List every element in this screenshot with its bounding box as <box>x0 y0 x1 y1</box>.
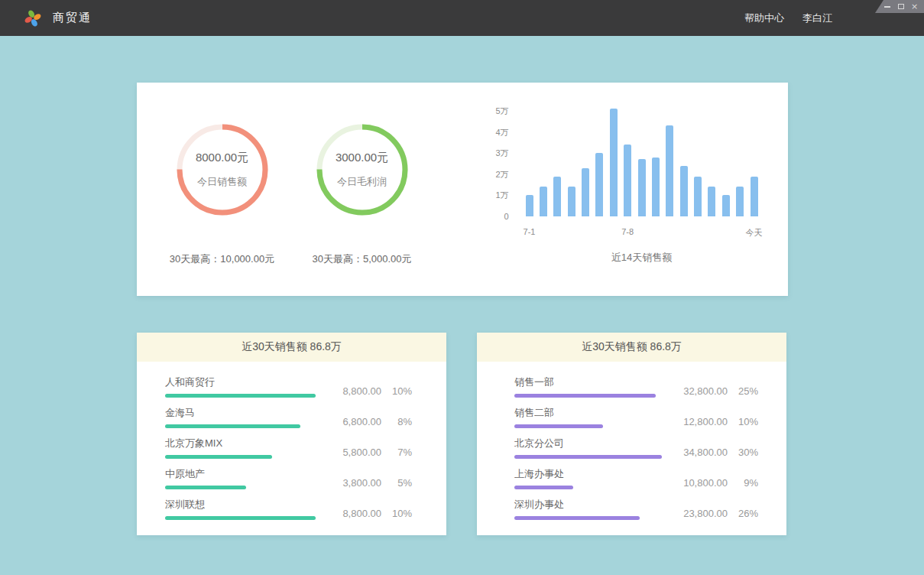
item-progress-bar <box>165 424 300 428</box>
today-profit-value: 3000.00元 <box>336 151 388 165</box>
department-sales-card: 近30天销售额 86.8万 销售一部 32,800.00 25% 销售二部 12… <box>477 333 786 535</box>
item-name: 上海办事处 <box>514 468 662 480</box>
customer-sales-card-title: 近30天销售额 86.8万 <box>242 340 342 354</box>
daily-sales-bar <box>751 177 758 216</box>
sales-list-item: 北京分公司 34,800.00 30% <box>514 437 758 459</box>
x-tick-label: 今天 <box>746 227 763 239</box>
daily-sales-bar <box>736 187 744 216</box>
sales-list-item: 金海马 6,800.00 8% <box>165 407 412 428</box>
today-sales-30d-max: 30天最高：10,000.00元 <box>170 252 274 266</box>
today-sales-donut-chart: 8000.00元 今日销售额 <box>175 122 270 217</box>
daily-sales-bar <box>680 166 688 216</box>
bar-chart-bars <box>526 111 758 216</box>
today-profit-label: 今日毛利润 <box>337 175 387 189</box>
sales-list-item-right: 10,800.00 9% <box>673 468 758 489</box>
sales-list-item-right: 32,800.00 25% <box>673 376 758 398</box>
sales-list-item: 深圳联想 8,800.00 10% <box>165 499 412 520</box>
item-percent: 8% <box>391 416 412 427</box>
item-name: 销售一部 <box>514 376 662 388</box>
item-percent: 10% <box>737 416 758 427</box>
sales-list-item-left: 金海马 <box>165 407 326 428</box>
sales-list-item-left: 深圳联想 <box>165 499 326 520</box>
item-name: 深圳联想 <box>165 499 316 511</box>
item-percent: 10% <box>391 508 412 519</box>
item-amount: 34,800.00 <box>680 447 728 458</box>
sales-list-item: 中原地产 3,800.00 5% <box>165 468 412 489</box>
sales-list-item: 销售一部 32,800.00 25% <box>514 376 758 398</box>
item-amount: 32,800.00 <box>680 385 728 397</box>
item-percent: 25% <box>737 385 758 397</box>
sales-list-item-left: 销售一部 <box>514 376 673 398</box>
today-profit-donut-chart: 3000.00元 今日毛利润 <box>315 122 410 217</box>
x-tick-label: 7-8 <box>621 227 634 236</box>
bar-chart-y-axis: 5万4万3万2万1万0 <box>494 111 509 216</box>
item-progress-bar <box>165 486 246 489</box>
sales-list-item: 深圳办事处 23,800.00 26% <box>514 499 758 520</box>
today-profit-30d-max: 30天最高：5,000.00元 <box>312 252 411 266</box>
daily-sales-bar <box>610 109 618 216</box>
sales-list-item-left: 中原地产 <box>165 468 326 489</box>
department-sales-list: 销售一部 32,800.00 25% 销售二部 12,800.00 10% 北京… <box>477 362 786 520</box>
daily-sales-bar <box>553 177 561 216</box>
sales-list-item: 上海办事处 10,800.00 9% <box>514 468 758 489</box>
daily-sales-bar <box>694 177 702 216</box>
sales-list-item-right: 12,800.00 10% <box>673 407 758 428</box>
item-percent: 5% <box>391 477 412 489</box>
daily-sales-bar <box>624 145 631 216</box>
sales-list-item: 人和商贸行 8,800.00 10% <box>165 376 412 398</box>
y-tick-label: 4万 <box>495 126 508 138</box>
close-icon[interactable]: × <box>911 3 918 11</box>
item-amount: 8,800.00 <box>334 508 381 519</box>
item-name: 北京万象MIX <box>165 437 316 450</box>
sales-list-item: 销售二部 12,800.00 10% <box>514 407 758 428</box>
today-sales-label: 今日销售额 <box>197 175 247 189</box>
sales-list-item-left: 北京万象MIX <box>165 437 326 459</box>
window-controls: × <box>875 0 924 13</box>
item-percent: 10% <box>391 385 412 397</box>
item-amount: 3,800.00 <box>334 477 381 489</box>
help-center-link[interactable]: 帮助中心 <box>744 11 784 25</box>
item-name: 中原地产 <box>165 468 316 480</box>
maximize-icon[interactable] <box>897 3 904 11</box>
bar-chart-caption: 近14天销售额 <box>526 251 758 265</box>
item-progress-bar <box>165 455 272 459</box>
sales-list-item-left: 销售二部 <box>514 407 673 428</box>
item-percent: 9% <box>737 477 758 489</box>
item-name: 北京分公司 <box>514 437 662 450</box>
item-progress-bar <box>165 394 316 398</box>
daily-sales-bar <box>595 153 603 216</box>
item-name: 深圳办事处 <box>514 499 662 511</box>
sales-14d-bar-chart: 5万4万3万2万1万0 <box>494 111 788 216</box>
item-amount: 5,800.00 <box>334 447 381 458</box>
donut-center-text: 3000.00元 今日毛利润 <box>315 122 410 217</box>
donut-center-text: 8000.00元 今日销售额 <box>175 122 270 217</box>
daily-sales-bar <box>582 168 589 216</box>
sales-list-item: 北京万象MIX 5,800.00 7% <box>165 437 412 459</box>
today-sales-value: 8000.00元 <box>196 151 248 165</box>
daily-sales-bar <box>652 158 660 216</box>
y-tick-label: 3万 <box>495 148 508 159</box>
item-progress-bar <box>514 486 573 489</box>
item-amount: 6,800.00 <box>334 416 381 427</box>
today-profit-donut-block: 3000.00元 今日毛利润 30天最高：5,000.00元 <box>308 83 417 296</box>
pinwheel-logo-icon <box>23 8 43 28</box>
minimize-icon[interactable] <box>883 3 890 11</box>
user-menu[interactable]: 李白江 <box>802 11 832 25</box>
item-progress-bar <box>514 424 603 428</box>
item-name: 人和商贸行 <box>165 376 316 388</box>
y-tick-label: 0 <box>504 212 508 221</box>
x-tick-label: 7-1 <box>524 227 536 236</box>
sales-list-item-right: 5,800.00 7% <box>326 437 412 459</box>
daily-sales-bar <box>638 159 646 216</box>
item-progress-bar <box>165 516 316 520</box>
y-tick-label: 2万 <box>495 168 508 180</box>
app-window: 商贸通 帮助中心 李白江 × 8000.00元 今日销售额 30天最高：10,0… <box>0 0 924 575</box>
daily-sales-bar <box>526 195 533 216</box>
item-name: 销售二部 <box>514 407 662 419</box>
app-title: 商贸通 <box>53 11 92 25</box>
daily-sales-bar <box>666 125 673 216</box>
item-amount: 23,800.00 <box>680 508 728 519</box>
sales-14d-chart-block: 5万4万3万2万1万0 7-17-8今天 近14天销售额 <box>417 83 788 296</box>
sales-list-item-left: 人和商贸行 <box>165 376 326 398</box>
sales-list-item-right: 6,800.00 8% <box>326 407 412 428</box>
